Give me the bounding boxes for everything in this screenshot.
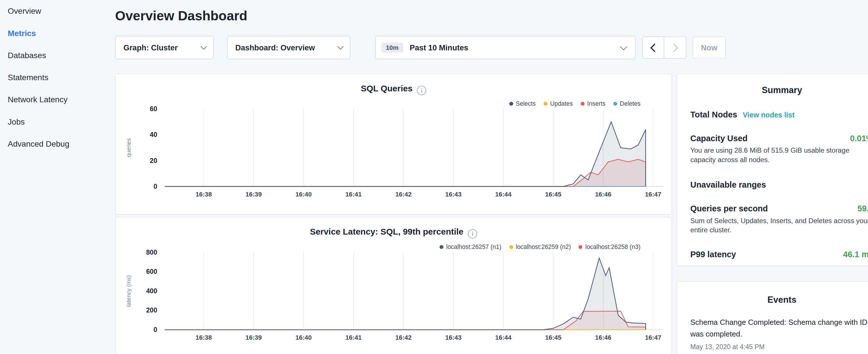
x-tick-label: 16:40 [296, 191, 312, 198]
chevron-right-icon [670, 43, 678, 52]
graph-scope-label: Graph: Cluster [124, 43, 178, 52]
sql-queries-panel: SQL Queriesi SelectsUpdatesInsertsDelete… [115, 74, 672, 215]
summary-metrics: Total NodesView nodes list3Capacity Used… [690, 109, 868, 259]
summary-metric-header: Unavailable ranges0 [690, 180, 868, 189]
chevron-left-icon [650, 43, 658, 52]
event-timestamp: May 13, 2020 at 4:45 PM [690, 343, 868, 351]
series-area-Selects [165, 122, 646, 187]
summary-metric-label: Capacity Used [690, 133, 748, 143]
summary-metric-header: Queries per second59.7 [690, 203, 868, 213]
y-tick-label: 200 [146, 307, 157, 314]
summary-metric-label: Queries per second [690, 203, 768, 213]
legend-dot [613, 101, 617, 105]
dashboard-dropdown[interactable]: Dashboard: Overview [227, 36, 350, 59]
info-icon[interactable]: i [417, 86, 426, 95]
summary-metric-label: Total Nodes [690, 109, 737, 119]
sidebar-item-databases[interactable]: Databases [0, 44, 108, 66]
time-nav-buttons [642, 36, 687, 58]
summary-metric: Total NodesView nodes list3 [690, 109, 868, 119]
view-nodes-link[interactable]: View nodes list [743, 110, 795, 119]
chart-title: SQL Queriesi [116, 84, 672, 95]
events-list: Schema Change Completed: Schema change w… [690, 317, 868, 351]
sidebar-nav: OverviewMetricsDatabasesStatementsNetwor… [0, 0, 108, 155]
y-tick-label: 40 [150, 131, 157, 138]
x-tick-label: 16:38 [196, 191, 212, 198]
legend-dot [579, 245, 583, 249]
y-tick-label: 0 [154, 183, 157, 190]
sidebar-item-overview[interactable]: Overview [0, 0, 108, 22]
summary-metric-description: You are using 28.6 MiB of 515.9 GiB usab… [690, 146, 868, 165]
summary-metric-value: 46.1 ms [843, 250, 868, 259]
series-line-Selects [165, 122, 646, 187]
x-tick-label: 16:47 [645, 334, 661, 341]
x-tick-label: 16:43 [445, 334, 462, 341]
summary-metric-description: Sum of Selects, Updates, Inserts, and De… [690, 216, 868, 235]
x-tick-label: 16:44 [495, 191, 512, 198]
y-tick-label: 400 [146, 287, 157, 295]
time-window-selector[interactable]: 10m Past 10 Minutes [375, 36, 636, 59]
legend-dot [509, 245, 513, 249]
x-tick-label: 16:42 [395, 191, 411, 198]
chart-title-text: Service Latency: SQL, 99th percentile [310, 227, 463, 236]
sidebar-item-jobs[interactable]: Jobs [0, 110, 108, 133]
summary-metric: P99 latency46.1 ms [690, 250, 868, 259]
y-tick-label: 60 [150, 106, 157, 112]
y-axis-label: queries [125, 138, 132, 157]
series-area-Inserts [165, 159, 646, 187]
x-tick-label: 16:44 [495, 334, 512, 341]
summary-metric-value: 0.01% [850, 133, 868, 143]
app-root: OverviewMetricsDatabasesStatementsNetwor… [0, 0, 868, 354]
x-tick-label: 16:45 [545, 191, 561, 198]
x-tick-label: 16:45 [545, 334, 561, 341]
summary-metric-header: Total NodesView nodes list3 [690, 109, 868, 119]
x-tick-label: 16:47 [645, 191, 661, 198]
event-text: Schema Change Completed: Schema change w… [690, 317, 868, 340]
legend-dot [581, 101, 585, 105]
sidebar-item-network-latency[interactable]: Network Latency [0, 89, 108, 110]
time-window-label: Past 10 Minutes [410, 43, 621, 52]
x-tick-label: 16:41 [345, 334, 362, 341]
time-forward-button[interactable] [664, 36, 686, 58]
summary-metric-label: P99 latency [690, 250, 736, 259]
sidebar-item-statements[interactable]: Statements [0, 66, 108, 89]
y-tick-label: 800 [146, 249, 157, 256]
series-line-Inserts [165, 159, 646, 187]
summary-metric: Queries per second59.7Sum of Selects, Up… [690, 203, 868, 235]
sql-queries-chart: 16:3816:3916:4016:4116:4216:4316:4416:45… [120, 106, 668, 202]
x-tick-label: 16:43 [445, 191, 462, 198]
y-tick-label: 0 [154, 326, 157, 333]
event-item[interactable]: Schema Change Completed: Schema change w… [690, 317, 868, 351]
sidebar-item-advanced-debug[interactable]: Advanced Debug [0, 133, 108, 155]
controls-bar: Graph: Cluster Dashboard: Overview 10m P… [115, 36, 726, 59]
summary-metric: Unavailable ranges0 [690, 180, 868, 189]
now-button[interactable]: Now [693, 36, 726, 58]
page-title: Overview Dashboard [115, 8, 247, 24]
y-tick-label: 600 [146, 268, 157, 275]
time-window-badge: 10m [381, 43, 403, 53]
chevron-down-icon [620, 43, 627, 50]
x-tick-label: 16:46 [595, 191, 611, 198]
info-icon[interactable]: i [468, 229, 477, 238]
graph-scope-dropdown[interactable]: Graph: Cluster [115, 36, 214, 59]
y-tick-label: 20 [150, 157, 157, 164]
chart-title-text: SQL Queries [361, 84, 413, 93]
series-area-localhost:26257 (n1) [165, 258, 646, 330]
sidebar-item-metrics[interactable]: Metrics [0, 22, 108, 44]
summary-panel: Summary Total NodesView nodes list3Capac… [677, 74, 868, 266]
legend-dot [543, 101, 547, 105]
chevron-down-icon [337, 43, 344, 50]
x-tick-label: 16:40 [296, 334, 312, 341]
x-tick-label: 16:39 [246, 334, 262, 341]
summary-metric-header: Capacity Used0.01% [690, 133, 868, 143]
events-title: Events [690, 295, 868, 305]
legend-dot [509, 101, 513, 105]
x-tick-label: 16:38 [196, 334, 212, 341]
service-latency-chart: 16:3816:3916:4016:4116:4216:4316:4416:45… [120, 249, 668, 346]
service-latency-panel: Service Latency: SQL, 99th percentilei l… [115, 217, 672, 354]
y-axis-label: latency (ms) [125, 275, 132, 307]
time-back-button[interactable] [642, 36, 664, 58]
summary-metric-value: 59.7 [858, 203, 868, 213]
chart-title: Service Latency: SQL, 99th percentilei [116, 227, 672, 238]
chevron-down-icon [200, 43, 207, 50]
x-tick-label: 16:42 [395, 334, 411, 341]
